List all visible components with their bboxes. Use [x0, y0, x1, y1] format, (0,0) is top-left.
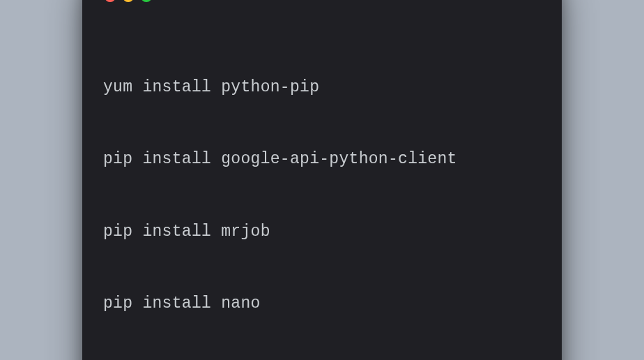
terminal-window: yum install python-pip pip install googl… — [82, 0, 562, 360]
terminal-line: pip install mrjob — [103, 220, 541, 244]
terminal-line: pip install google-api-python-client — [103, 147, 541, 172]
terminal-line: yum install python-pip — [103, 75, 541, 100]
window-title-bar — [103, 0, 541, 2]
terminal-line: pip install nano — [103, 292, 541, 316]
terminal-content: yum install python-pip pip install googl… — [103, 27, 541, 361]
maximize-icon[interactable] — [141, 0, 152, 2]
close-icon[interactable] — [105, 0, 116, 2]
minimize-icon[interactable] — [123, 0, 134, 2]
